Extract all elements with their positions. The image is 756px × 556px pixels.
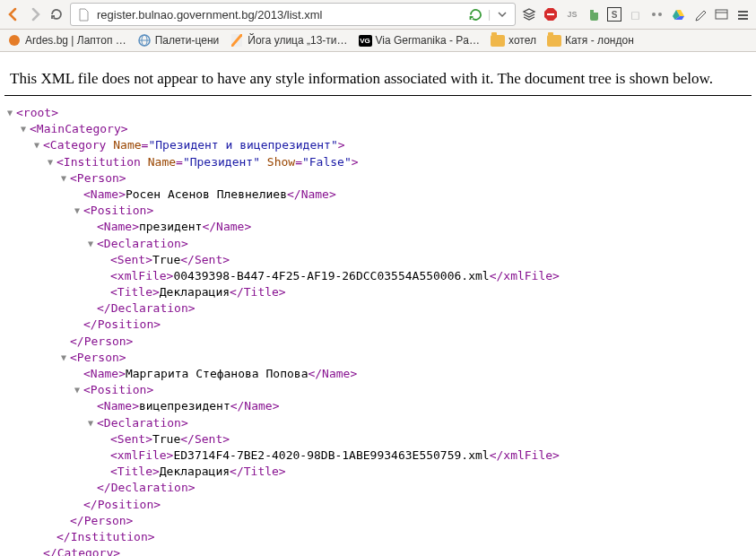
bookmark-label: Via Germanika - Pa…	[376, 34, 481, 47]
ext-evernote-icon[interactable]	[586, 6, 602, 22]
bookmark-label: Ardes.bg | Лаптоп …	[25, 34, 126, 47]
xml-element: <Name>Росен Асенов Плевнелиев</Name>	[83, 187, 336, 203]
xml-element: <Name>Маргарита Стефанова Попова</Name>	[83, 366, 357, 382]
ext-drive-icon[interactable]	[670, 6, 686, 22]
folder-icon	[547, 33, 561, 48]
twisty-icon[interactable]: ▼	[74, 382, 83, 398]
xml-tag: </Institution>	[56, 529, 155, 545]
bookmark-item[interactable]: Палети-цени	[137, 33, 220, 48]
address-bar[interactable]: |	[70, 3, 516, 26]
ext-panel-icon[interactable]	[713, 6, 729, 22]
svg-point-3	[658, 13, 662, 16]
ext-stack-icon[interactable]	[521, 6, 537, 22]
xml-tag: <MainCategory>	[30, 121, 128, 137]
twisty-icon[interactable]: ▼	[21, 121, 30, 137]
xml-element: <xmlFile>00439398-B447-4F25-AF19-26DCC03…	[110, 268, 560, 284]
xml-tag: </Declaration>	[97, 480, 196, 496]
xml-tag: <Declaration>	[97, 415, 188, 431]
gmaps-icon	[230, 33, 244, 48]
ext-js-icon[interactable]: JS	[564, 6, 580, 22]
ext-s-icon[interactable]: S	[607, 7, 621, 22]
vg-icon: VG	[359, 35, 372, 47]
bookmark-label: Палети-цени	[155, 34, 220, 47]
svg-point-9	[9, 35, 20, 46]
twisty-icon[interactable]: ▼	[7, 105, 16, 121]
dropdown-icon[interactable]	[495, 7, 509, 22]
twisty-icon[interactable]: ▼	[61, 170, 70, 187]
page-icon	[76, 7, 91, 22]
twisty-icon[interactable]: ▼	[88, 415, 97, 431]
twisty-icon[interactable]: ▼	[88, 236, 97, 252]
xml-element: <Name>президент</Name>	[97, 219, 251, 235]
xml-element: <Sent>True</Sent>	[110, 431, 230, 447]
xml-style-message: This XML file does not appear to have an…	[4, 61, 752, 96]
xml-tag: <Position>	[83, 203, 153, 219]
xml-tag: </Declaration>	[97, 300, 196, 317]
xml-tag: <Category Name="Президент и вицепрезиден…	[43, 137, 345, 153]
globe-icon	[137, 33, 152, 48]
xml-element: <Title>Декларация</Title>	[110, 464, 286, 480]
svg-point-2	[652, 13, 656, 16]
bookmark-folder[interactable]: хотел	[491, 33, 536, 48]
xml-tag: <Position>	[83, 382, 153, 398]
ext-eyedropper-icon[interactable]	[691, 6, 708, 22]
folder-icon	[491, 33, 505, 48]
bookmark-label: хотел	[508, 34, 536, 47]
ext-adblock-icon[interactable]	[543, 6, 559, 22]
back-button[interactable]	[5, 6, 22, 22]
xml-tag: </Person>	[70, 334, 133, 350]
bookmark-label: Йога улица „13-ти…	[248, 34, 347, 47]
xml-element: <Name>вицепрезидент</Name>	[97, 398, 280, 414]
xml-tag: </Position>	[83, 317, 161, 333]
xml-tag: </Category>	[43, 545, 120, 556]
reload-button[interactable]	[48, 6, 65, 22]
refresh-green-icon[interactable]	[469, 7, 483, 22]
bookmark-icon	[7, 33, 22, 48]
url-input[interactable]	[95, 7, 465, 22]
menu-button[interactable]	[734, 6, 751, 22]
svg-rect-1	[547, 13, 554, 15]
bookmark-label: Катя - лондон	[565, 34, 634, 47]
twisty-icon[interactable]: ▼	[61, 350, 70, 366]
twisty-icon[interactable]: ▼	[34, 137, 43, 153]
xml-tag: </Person>	[70, 513, 133, 529]
xml-element: <xmlFile>ED3714F4-7BE2-4020-98DB-1ABE993…	[110, 447, 560, 464]
xml-tag: <Person>	[70, 170, 126, 187]
bookmark-item[interactable]: Йога улица „13-ти…	[230, 33, 347, 48]
twisty-icon[interactable]: ▼	[74, 203, 83, 219]
bookmark-item[interactable]: VGVia Germanika - Pa…	[359, 34, 481, 47]
xml-element: <Sent>True</Sent>	[110, 252, 230, 268]
bookmark-item[interactable]: Ardes.bg | Лаптоп …	[7, 33, 126, 48]
xml-tag: <Person>	[70, 350, 126, 366]
separator: |	[488, 8, 491, 21]
bookmark-folder[interactable]: Катя - лондон	[547, 33, 634, 48]
xml-tag: <root>	[16, 105, 58, 121]
xml-tag: </Position>	[83, 497, 161, 513]
svg-rect-4	[716, 10, 727, 19]
bookmarks-bar: Ardes.bg | Лаптоп … Палети-цени Йога ули…	[0, 30, 756, 52]
twisty-icon[interactable]: ▼	[48, 154, 56, 170]
xml-tree: ▼<root> ▼<MainCategory> ▼<Category Name=…	[0, 96, 756, 556]
xml-tag: <Institution Name="Президент" Show="Fals…	[56, 154, 359, 170]
ext-disabled-icon[interactable]: ◻	[627, 6, 643, 22]
xml-element: <Title>Декларация</Title>	[110, 284, 286, 300]
forward-button[interactable]	[27, 6, 43, 22]
xml-tag: <Declaration>	[97, 236, 188, 252]
ext-dots-icon[interactable]	[648, 6, 665, 22]
